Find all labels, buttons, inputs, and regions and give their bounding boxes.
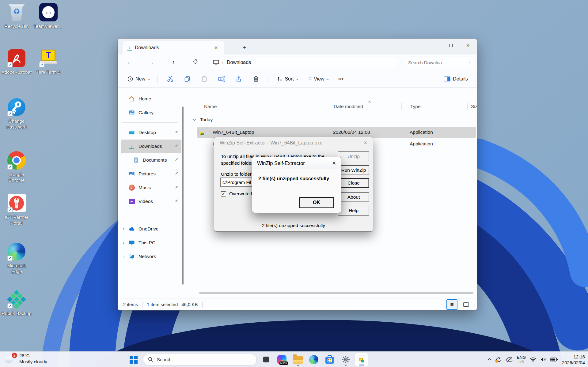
refresh-button[interactable]: [189, 56, 202, 69]
winzip-active-app-button[interactable]: [355, 353, 368, 366]
dialog-title-bar[interactable]: WinZip Self-Extractor - Win7_64Bit_Lapto…: [214, 137, 373, 149]
sidebar-item-desktop[interactable]: Desktop: [121, 126, 181, 139]
rename-button[interactable]: A: [215, 73, 228, 85]
new-tab-button[interactable]: +: [240, 44, 248, 52]
plus-circle-icon: [127, 76, 133, 82]
view-button[interactable]: ≡ View ⌄: [305, 73, 332, 85]
close-icon[interactable]: ✕: [332, 160, 336, 166]
clock[interactable]: 12:16 2026/02/04: [562, 354, 585, 365]
desktop-icon-microsoft-edge[interactable]: ↗ Microsoft Edge: [1, 242, 32, 274]
pin-icon: [174, 199, 178, 204]
sidebar-item-onedrive[interactable]: › OneDrive: [121, 222, 181, 236]
large-thumbnails-view-button[interactable]: [461, 299, 472, 310]
file-explorer-button[interactable]: [291, 353, 305, 366]
sort-ascending-icon: [368, 99, 371, 104]
tab-close-icon[interactable]: ✕: [212, 44, 220, 52]
onedrive-icon: [129, 226, 135, 232]
message-box-title-bar[interactable]: WinZip Self-Extractor ✕: [252, 157, 341, 169]
sidebar-item-this-pc[interactable]: › This PC: [121, 236, 181, 249]
microsoft-store-button[interactable]: [323, 353, 336, 366]
wifi-tray-icon[interactable]: [530, 357, 536, 362]
m365-copilot-button[interactable]: M365: [275, 353, 289, 366]
sidebar-item-label: Gallery: [138, 110, 154, 115]
about-button[interactable]: About: [338, 192, 369, 202]
shortcut-arrow-icon: ↗: [7, 111, 13, 116]
cut-button[interactable]: [164, 73, 176, 85]
share-button[interactable]: [233, 73, 245, 85]
file-row-win7-64bit-laptop[interactable]: Win7_64Bit_Laptop 2026/02/04 12:08 Appli…: [197, 127, 476, 138]
edge-button[interactable]: [307, 353, 321, 366]
update-sync-tray-icon[interactable]: [495, 357, 502, 363]
refresh-icon: [193, 59, 198, 64]
sidebar-item-gallery[interactable]: Gallery: [121, 106, 181, 119]
desktop-icon-rubrik-backup[interactable]: ↗ Rubrik Backup: [1, 290, 32, 316]
chevron-expand-icon[interactable]: ›: [123, 241, 124, 245]
paste-button[interactable]: [198, 73, 211, 85]
group-header-today[interactable]: Today: [193, 117, 213, 122]
details-view-button[interactable]: ≡: [446, 299, 457, 310]
sidebar-item-downloads[interactable]: ↓ Downloads: [121, 140, 181, 153]
show-hidden-icons-button[interactable]: [487, 358, 491, 361]
run-winzip-button[interactable]: Run WinZip: [338, 165, 369, 175]
unzip-button[interactable]: Unzip: [338, 152, 369, 161]
close-icon[interactable]: ✕: [363, 140, 367, 146]
settings-button[interactable]: [339, 353, 352, 366]
sidebar-item-videos[interactable]: ▶ Videos: [121, 195, 181, 208]
running-indicator: [345, 365, 347, 366]
desktop-icon-tera-term[interactable]: T ↗ Tera Term 5: [33, 48, 64, 75]
volume-tray-icon[interactable]: [540, 357, 546, 362]
desktop-icon-adobe-acrobat[interactable]: ↗ Adobe Acrobat: [1, 48, 32, 75]
desktop-icon-teamviewer[interactable]: ↔ TeamViewer…: [33, 2, 64, 29]
sidebar-item-home[interactable]: Home: [121, 92, 181, 106]
horizontal-scrollbar[interactable]: [199, 292, 473, 294]
desktop-icon-google-chrome[interactable]: ↗ Google Chrome: [1, 151, 32, 183]
minimize-button[interactable]: [425, 39, 442, 53]
weather-temperature: 28°C: [19, 353, 47, 359]
column-header-size[interactable]: Size: [471, 104, 477, 109]
sidebar-scrollbar[interactable]: [182, 107, 184, 285]
weather-widget[interactable]: 2 28°C Mostly cloudy: [4, 353, 47, 365]
desktop-icon-ict-partner-portal[interactable]: ↗ ICT Partner Portal: [1, 193, 32, 226]
sort-button[interactable]: Sort ⌄: [274, 73, 302, 85]
back-button[interactable]: ←: [123, 56, 135, 69]
battery-tray-icon[interactable]: [550, 357, 558, 362]
help-button[interactable]: Help: [338, 206, 369, 215]
sidebar-item-documents[interactable]: Documents: [121, 153, 181, 167]
breadcrumb[interactable]: › Downloads: [209, 57, 397, 68]
chevron-expand-icon[interactable]: ›: [123, 227, 124, 231]
new-button[interactable]: New ⌄: [124, 73, 154, 85]
sidebar-item-network[interactable]: › Network: [121, 250, 181, 263]
details-pane-button[interactable]: Details: [441, 73, 471, 85]
delete-button[interactable]: [250, 73, 262, 85]
column-header-date-modified[interactable]: Date modified: [334, 104, 410, 109]
column-header-type[interactable]: Type: [410, 104, 471, 109]
maximize-button[interactable]: [442, 39, 459, 53]
task-view-button[interactable]: [259, 353, 273, 366]
network-icon: [129, 253, 135, 260]
ok-button[interactable]: OK: [299, 197, 334, 208]
tab-downloads[interactable]: ↓ Downloads ✕: [123, 41, 224, 54]
search-input[interactable]: [408, 60, 469, 65]
forward-button[interactable]: →: [145, 56, 157, 69]
sidebar-item-pictures[interactable]: Pictures: [121, 167, 181, 181]
copy-button[interactable]: [181, 73, 193, 85]
desktop-icon-recycle-bin[interactable]: ♻ Recycle Bin: [1, 2, 32, 29]
close-button[interactable]: Close: [338, 178, 369, 188]
onedrive-paused-tray-icon[interactable]: [506, 357, 513, 362]
sidebar-item-music[interactable]: ♪ Music: [121, 181, 181, 194]
sidebar-item-label: Videos: [138, 199, 153, 204]
maximize-icon: [449, 44, 453, 47]
column-header-name[interactable]: Name: [204, 104, 334, 109]
chevron-expand-icon[interactable]: ›: [123, 254, 124, 259]
taskbar-search[interactable]: Search: [143, 354, 257, 365]
start-button[interactable]: [127, 353, 140, 366]
language-indicator[interactable]: ENG US: [517, 355, 526, 364]
running-indicator: [297, 365, 299, 366]
desktop-icon-change-password[interactable]: ↗ Change Password: [1, 97, 32, 130]
search-box[interactable]: [405, 57, 474, 68]
more-options-button[interactable]: •••: [338, 77, 344, 81]
up-button[interactable]: ↑: [167, 56, 180, 69]
close-button[interactable]: ✕: [459, 39, 476, 53]
checkbox-checked-icon[interactable]: ✓: [221, 191, 226, 197]
view-label: View: [314, 76, 324, 82]
